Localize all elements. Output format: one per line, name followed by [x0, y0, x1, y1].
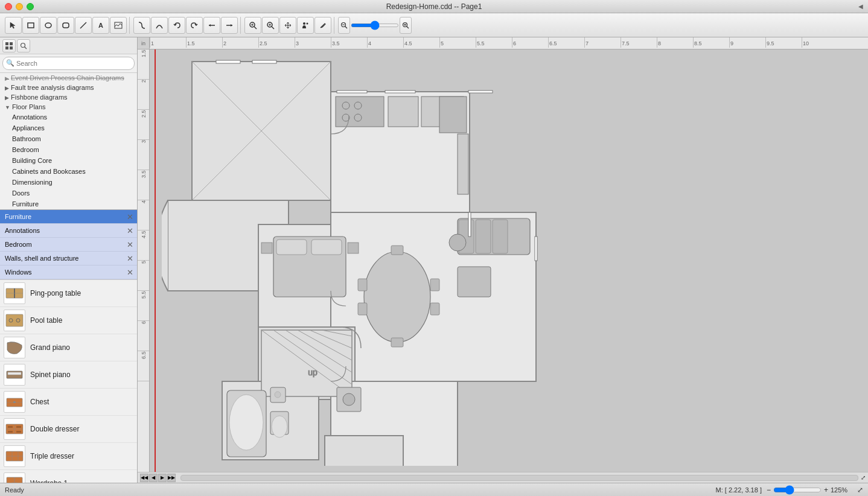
ellipse-tool[interactable] [40, 17, 57, 34]
undo-tool[interactable] [168, 17, 185, 34]
pen-tool[interactable] [314, 17, 331, 34]
page-nav-last[interactable]: ▶▶ [167, 474, 176, 482]
svg-rect-102 [476, 220, 491, 253]
collapse-icon[interactable]: ◀ [858, 3, 863, 10]
tree-item-fishbone[interactable]: ▶Fishbone diagrams [0, 92, 137, 102]
zoom-fit-tool[interactable] [244, 17, 261, 34]
zoom-controls: − + 125% [767, 485, 852, 495]
filter-walls[interactable]: Walls, shell and structure ✕ [0, 252, 137, 265]
ruler-corner: in [138, 37, 150, 49]
shape-ping-pong[interactable]: Ping-pong table [0, 280, 137, 307]
shape-pool[interactable]: Pool table [0, 307, 137, 334]
svg-rect-27 [5, 42, 8, 45]
grid-view-icon[interactable] [2, 39, 16, 52]
double-dresser-label: Double dresser [30, 425, 79, 433]
zoom-in-button[interactable] [400, 17, 412, 34]
svg-line-21 [345, 26, 348, 28]
tree-item-bedroom[interactable]: Bedroom [0, 144, 137, 155]
rounded-rect-tool[interactable] [57, 17, 74, 34]
line-tool[interactable] [75, 17, 92, 34]
sidebar-top-icons [0, 37, 137, 54]
rectangle-tool[interactable] [22, 17, 39, 34]
canvas-scroll[interactable]: up [150, 49, 868, 472]
tree-item-furniture[interactable]: Furniture [0, 199, 137, 209]
page-nav-next[interactable]: ▶ [158, 474, 167, 482]
fullscreen-icon[interactable]: ⤢ [857, 486, 863, 494]
connect-tool[interactable] [133, 17, 150, 34]
zoom-out-button[interactable] [338, 17, 350, 34]
zoom-slider[interactable] [351, 24, 399, 27]
hscroll-bar[interactable] [180, 475, 858, 481]
image-tool[interactable] [110, 17, 127, 34]
zoom-in-tool[interactable] [262, 17, 279, 34]
grand-piano-label: Grand piano [30, 343, 70, 352]
filter-furniture[interactable]: Furniture ✕ [0, 210, 137, 224]
tree-item-annotations[interactable]: Annotations [0, 112, 137, 122]
close-button[interactable] [5, 3, 12, 10]
floorplan-svg[interactable]: up [162, 56, 596, 466]
ruler-left: 1.5 2 2.5 3 3.5 4 4.5 5 5.5 6 6.5 [138, 49, 150, 472]
minimize-button[interactable] [16, 3, 23, 10]
text-tool[interactable]: A [92, 17, 109, 34]
page-nav-first[interactable]: ◀◀ [140, 474, 148, 482]
search-input[interactable] [2, 57, 135, 70]
filter-close-windows[interactable]: ✕ [125, 267, 135, 277]
filter-close-walls[interactable]: ✕ [125, 253, 135, 263]
tree-item-cabinets[interactable]: Cabinets and Bookcases [0, 166, 137, 177]
svg-point-31 [21, 43, 25, 47]
redo-tool[interactable] [186, 17, 203, 34]
tree-item-fault-tree[interactable]: ▶Fault tree analysis diagrams [0, 83, 137, 92]
svg-point-121 [343, 393, 355, 405]
page-nav: ◀◀ ◀ ▶ ▶▶ [138, 474, 178, 482]
svg-rect-43 [13, 401, 16, 403]
filter-close-annotations[interactable]: ✕ [125, 226, 135, 235]
tree-item-appliances[interactable]: Appliances [0, 122, 137, 133]
canvas-area: in 1 1.5 2 2.5 3 3.5 4 4.5 5 5.5 6 6.5 7… [138, 37, 868, 483]
arc-tool[interactable] [151, 17, 168, 34]
filter-close-bedroom[interactable]: ✕ [125, 240, 135, 249]
ruler-top: in 1 1.5 2 2.5 3 3.5 4 4.5 5 5.5 6 6.5 7… [138, 37, 868, 49]
shape-wardrobe1[interactable]: Wardrobe 1 [0, 470, 137, 483]
svg-rect-47 [8, 426, 13, 428]
filter-windows[interactable]: Windows ✕ [0, 265, 137, 279]
shape-triple-dresser[interactable]: Triple dresser [0, 443, 137, 470]
svg-rect-104 [458, 267, 491, 297]
maximize-button[interactable] [27, 3, 34, 10]
tree-item-event-driven[interactable]: ▶Event Driven Process Chain Diagrams [0, 73, 137, 83]
tree-item-floor-plans[interactable]: ▼Floor Plans [0, 102, 137, 112]
svg-rect-86 [439, 97, 467, 133]
svg-line-3 [80, 22, 86, 28]
toolbar: A [0, 13, 868, 37]
zoom-plus-icon[interactable]: + [824, 486, 828, 494]
bottom-bar: ◀◀ ◀ ▶ ▶▶ ⤢ [138, 472, 868, 483]
search-button[interactable] [17, 39, 30, 52]
tool-group-select: A [2, 17, 130, 34]
tool-group-connect [131, 17, 241, 34]
wardrobe1-label: Wardrobe 1 [30, 479, 68, 483]
shape-double-dresser[interactable]: Double dresser [0, 416, 137, 443]
tree-item-doors[interactable]: Doors [0, 188, 137, 199]
select-tool[interactable] [5, 17, 22, 34]
page-nav-prev[interactable]: ◀ [149, 474, 158, 482]
tree-item-dimensioning[interactable]: Dimensioning [0, 177, 137, 188]
tree-item-building-core[interactable]: Building Core [0, 155, 137, 166]
filter-close-furniture[interactable]: ✕ [125, 212, 135, 221]
pan-tool[interactable] [279, 17, 296, 34]
active-filters: Furniture ✕ Annotations ✕ Bedroom ✕ Wall… [0, 210, 137, 280]
svg-rect-78 [325, 436, 403, 466]
svg-rect-0 [28, 23, 34, 28]
line-start-tool[interactable] [203, 17, 220, 34]
svg-rect-98 [430, 279, 439, 291]
shape-spinet[interactable]: Spinet piano [0, 361, 137, 389]
filter-bedroom[interactable]: Bedroom ✕ [0, 238, 137, 252]
shape-grand-piano[interactable]: Grand piano [0, 334, 137, 361]
pool-label: Pool table [30, 316, 62, 325]
shape-chest[interactable]: Chest [0, 389, 137, 416]
filter-annotations[interactable]: Annotations ✕ [0, 224, 137, 238]
line-end-tool[interactable] [221, 17, 238, 34]
zoom-slider-bottom[interactable] [773, 485, 822, 495]
tree-item-bathroom[interactable]: Bathroom [0, 133, 137, 144]
people-tool[interactable] [297, 17, 314, 34]
full-screen-icon[interactable]: ⤢ [861, 474, 868, 481]
zoom-minus-icon[interactable]: − [767, 486, 771, 494]
